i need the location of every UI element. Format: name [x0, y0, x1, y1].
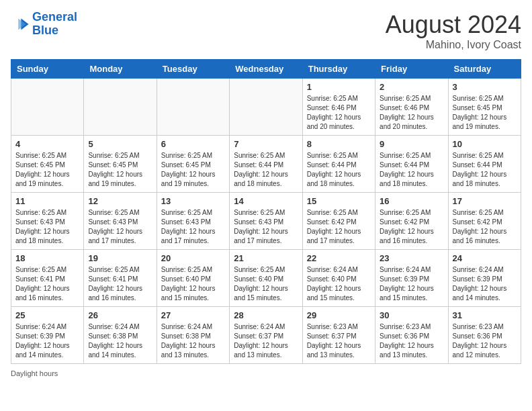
day-info: Sunrise: 6:25 AM Sunset: 6:41 PM Dayligh…: [88, 265, 152, 303]
day-number: 15: [307, 196, 371, 206]
calendar-day-cell: 18Sunrise: 6:25 AM Sunset: 6:41 PM Dayli…: [11, 250, 84, 307]
day-number: 11: [15, 196, 79, 206]
calendar-day-cell: 26Sunrise: 6:24 AM Sunset: 6:38 PM Dayli…: [84, 307, 157, 364]
day-info: Sunrise: 6:25 AM Sunset: 6:43 PM Dayligh…: [15, 208, 79, 246]
calendar-day-header: Thursday: [302, 60, 375, 79]
day-number: 20: [161, 253, 225, 263]
calendar-day-cell: 27Sunrise: 6:24 AM Sunset: 6:38 PM Dayli…: [157, 307, 229, 364]
calendar-day-cell: 17Sunrise: 6:25 AM Sunset: 6:42 PM Dayli…: [448, 193, 521, 250]
logo: General Blue: [11, 11, 77, 38]
day-number: 12: [88, 196, 152, 206]
day-number: 16: [380, 196, 443, 206]
calendar-day-cell: 6Sunrise: 6:25 AM Sunset: 6:45 PM Daylig…: [157, 136, 229, 193]
day-number: 29: [307, 310, 371, 320]
calendar-day-cell: 3Sunrise: 6:25 AM Sunset: 6:45 PM Daylig…: [448, 79, 521, 136]
location-title: Mahino, Ivory Coast: [386, 39, 521, 51]
calendar-week-row: 25Sunrise: 6:24 AM Sunset: 6:39 PM Dayli…: [11, 307, 521, 364]
day-info: Sunrise: 6:25 AM Sunset: 6:44 PM Dayligh…: [453, 151, 517, 189]
day-number: 19: [88, 253, 152, 263]
day-number: 18: [15, 253, 79, 263]
calendar-day-cell: 23Sunrise: 6:24 AM Sunset: 6:39 PM Dayli…: [375, 250, 448, 307]
calendar-day-cell: 28Sunrise: 6:24 AM Sunset: 6:37 PM Dayli…: [230, 307, 302, 364]
day-info: Sunrise: 6:24 AM Sunset: 6:38 PM Dayligh…: [88, 322, 152, 360]
calendar-day-cell: 1Sunrise: 6:25 AM Sunset: 6:46 PM Daylig…: [302, 79, 375, 136]
day-number: 9: [380, 139, 443, 149]
day-info: Sunrise: 6:25 AM Sunset: 6:44 PM Dayligh…: [307, 151, 371, 189]
day-info: Sunrise: 6:25 AM Sunset: 6:45 PM Dayligh…: [88, 151, 152, 189]
day-info: Sunrise: 6:25 AM Sunset: 6:40 PM Dayligh…: [234, 265, 298, 303]
calendar-day-cell: 31Sunrise: 6:23 AM Sunset: 6:36 PM Dayli…: [448, 307, 521, 364]
calendar-day-cell: 7Sunrise: 6:25 AM Sunset: 6:44 PM Daylig…: [230, 136, 302, 193]
day-number: 7: [234, 139, 298, 149]
calendar-day-cell: 22Sunrise: 6:24 AM Sunset: 6:40 PM Dayli…: [302, 250, 375, 307]
day-number: 28: [234, 310, 298, 320]
calendar-day-cell: 8Sunrise: 6:25 AM Sunset: 6:44 PM Daylig…: [302, 136, 375, 193]
day-number: 17: [453, 196, 517, 206]
day-info: Sunrise: 6:25 AM Sunset: 6:42 PM Dayligh…: [307, 208, 371, 246]
calendar-week-row: 4Sunrise: 6:25 AM Sunset: 6:45 PM Daylig…: [11, 136, 521, 193]
calendar-day-cell: 25Sunrise: 6:24 AM Sunset: 6:39 PM Dayli…: [11, 307, 84, 364]
day-number: 30: [380, 310, 443, 320]
calendar-day-cell: 11Sunrise: 6:25 AM Sunset: 6:43 PM Dayli…: [11, 193, 84, 250]
calendar-day-cell: 13Sunrise: 6:25 AM Sunset: 6:43 PM Dayli…: [157, 193, 229, 250]
calendar-day-cell: [230, 79, 302, 136]
calendar-day-header: Tuesday: [157, 60, 229, 79]
calendar-week-row: 1Sunrise: 6:25 AM Sunset: 6:46 PM Daylig…: [11, 79, 521, 136]
logo-text: General Blue: [32, 11, 77, 38]
day-number: 25: [15, 310, 79, 320]
day-info: Sunrise: 6:25 AM Sunset: 6:45 PM Dayligh…: [15, 151, 79, 189]
daylight-label: Daylight hours: [11, 369, 58, 377]
footer-note: Daylight hours: [11, 369, 521, 377]
calendar-day-header: Saturday: [448, 60, 521, 79]
day-info: Sunrise: 6:24 AM Sunset: 6:39 PM Dayligh…: [15, 322, 79, 360]
calendar-day-cell: 9Sunrise: 6:25 AM Sunset: 6:44 PM Daylig…: [375, 136, 448, 193]
day-info: Sunrise: 6:24 AM Sunset: 6:37 PM Dayligh…: [234, 322, 298, 360]
calendar-week-row: 11Sunrise: 6:25 AM Sunset: 6:43 PM Dayli…: [11, 193, 521, 250]
title-area: August 2024 Mahino, Ivory Coast: [386, 11, 521, 51]
day-info: Sunrise: 6:24 AM Sunset: 6:39 PM Dayligh…: [380, 265, 443, 303]
day-number: 22: [307, 253, 371, 263]
day-number: 2: [380, 82, 443, 92]
day-number: 23: [380, 253, 443, 263]
calendar-day-cell: 4Sunrise: 6:25 AM Sunset: 6:45 PM Daylig…: [11, 136, 84, 193]
calendar-day-cell: 16Sunrise: 6:25 AM Sunset: 6:42 PM Dayli…: [375, 193, 448, 250]
day-info: Sunrise: 6:25 AM Sunset: 6:43 PM Dayligh…: [161, 208, 225, 246]
day-number: 5: [88, 139, 152, 149]
calendar-day-cell: 21Sunrise: 6:25 AM Sunset: 6:40 PM Dayli…: [230, 250, 302, 307]
day-number: 10: [453, 139, 517, 149]
calendar-day-cell: [84, 79, 157, 136]
day-number: 27: [161, 310, 225, 320]
calendar-table: SundayMondayTuesdayWednesdayThursdayFrid…: [11, 59, 521, 364]
logo-icon: [11, 15, 30, 34]
day-number: 31: [453, 310, 517, 320]
calendar-day-cell: [157, 79, 229, 136]
calendar-header-row: SundayMondayTuesdayWednesdayThursdayFrid…: [11, 60, 521, 79]
page-header: General Blue August 2024 Mahino, Ivory C…: [11, 11, 521, 51]
day-info: Sunrise: 6:23 AM Sunset: 6:36 PM Dayligh…: [453, 322, 517, 360]
calendar-day-cell: 10Sunrise: 6:25 AM Sunset: 6:44 PM Dayli…: [448, 136, 521, 193]
calendar-day-cell: 5Sunrise: 6:25 AM Sunset: 6:45 PM Daylig…: [84, 136, 157, 193]
day-info: Sunrise: 6:24 AM Sunset: 6:40 PM Dayligh…: [307, 265, 371, 303]
day-info: Sunrise: 6:25 AM Sunset: 6:41 PM Dayligh…: [15, 265, 79, 303]
calendar-day-cell: 15Sunrise: 6:25 AM Sunset: 6:42 PM Dayli…: [302, 193, 375, 250]
day-info: Sunrise: 6:24 AM Sunset: 6:39 PM Dayligh…: [453, 265, 517, 303]
calendar-day-cell: 2Sunrise: 6:25 AM Sunset: 6:46 PM Daylig…: [375, 79, 448, 136]
day-info: Sunrise: 6:25 AM Sunset: 6:46 PM Dayligh…: [307, 94, 371, 132]
day-number: 26: [88, 310, 152, 320]
day-info: Sunrise: 6:23 AM Sunset: 6:37 PM Dayligh…: [307, 322, 371, 360]
calendar-day-cell: 14Sunrise: 6:25 AM Sunset: 6:43 PM Dayli…: [230, 193, 302, 250]
calendar-day-header: Sunday: [11, 60, 84, 79]
day-info: Sunrise: 6:23 AM Sunset: 6:36 PM Dayligh…: [380, 322, 443, 360]
calendar-day-header: Wednesday: [230, 60, 302, 79]
day-number: 1: [307, 82, 371, 92]
day-number: 3: [453, 82, 517, 92]
calendar-day-header: Monday: [84, 60, 157, 79]
day-number: 14: [234, 196, 298, 206]
calendar-day-cell: 29Sunrise: 6:23 AM Sunset: 6:37 PM Dayli…: [302, 307, 375, 364]
day-info: Sunrise: 6:25 AM Sunset: 6:44 PM Dayligh…: [234, 151, 298, 189]
day-info: Sunrise: 6:25 AM Sunset: 6:43 PM Dayligh…: [88, 208, 152, 246]
day-info: Sunrise: 6:25 AM Sunset: 6:40 PM Dayligh…: [161, 265, 225, 303]
day-info: Sunrise: 6:25 AM Sunset: 6:45 PM Dayligh…: [161, 151, 225, 189]
calendar-day-cell: 12Sunrise: 6:25 AM Sunset: 6:43 PM Dayli…: [84, 193, 157, 250]
day-info: Sunrise: 6:25 AM Sunset: 6:43 PM Dayligh…: [234, 208, 298, 246]
